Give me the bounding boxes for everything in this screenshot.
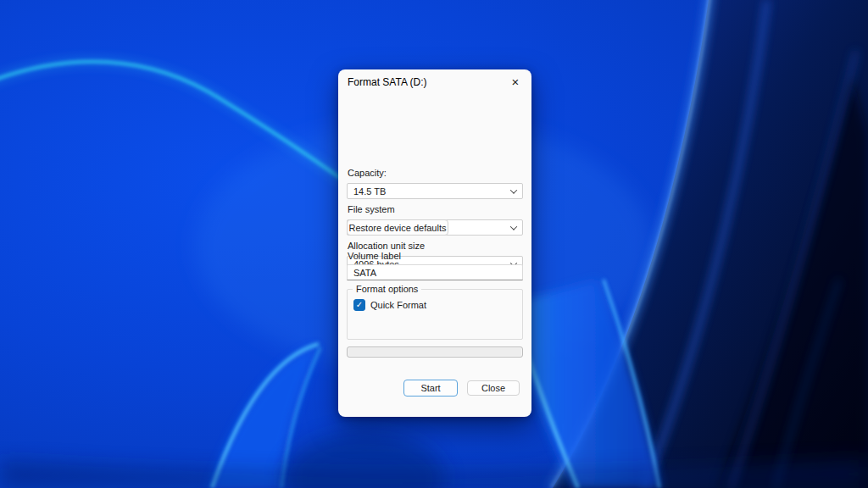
file-system-label: File system: [348, 204, 395, 214]
allocation-unit-label: Allocation unit size: [348, 241, 425, 251]
start-button[interactable]: Start: [403, 380, 458, 396]
chevron-down-icon: [510, 223, 517, 230]
format-progress-bar: [347, 347, 523, 358]
close-icon[interactable]: ×: [506, 72, 525, 91]
volume-label-input[interactable]: [347, 264, 523, 280]
volume-label: Volume label: [348, 251, 401, 261]
close-button[interactable]: Close: [467, 380, 520, 396]
chevron-down-icon: [510, 186, 517, 193]
checkbox-checked-icon[interactable]: ✓: [353, 299, 365, 311]
quick-format-label: Quick Format: [370, 300, 426, 310]
format-dialog: Format SATA (D:) × Capacity: 14.5 TB Fil…: [338, 69, 531, 417]
capacity-label: Capacity:: [348, 168, 387, 178]
capacity-dropdown[interactable]: 14.5 TB: [347, 183, 523, 199]
capacity-value: 14.5 TB: [353, 186, 386, 197]
format-options-legend: Format options: [353, 284, 421, 294]
format-options-group: Format options ✓ Quick Format: [347, 289, 523, 340]
desktop-wallpaper: Format SATA (D:) × Capacity: 14.5 TB Fil…: [0, 0, 868, 488]
restore-defaults-button[interactable]: Restore device defaults: [347, 219, 448, 236]
dialog-title: Format SATA (D:): [348, 76, 427, 88]
quick-format-row[interactable]: ✓ Quick Format: [353, 299, 426, 311]
